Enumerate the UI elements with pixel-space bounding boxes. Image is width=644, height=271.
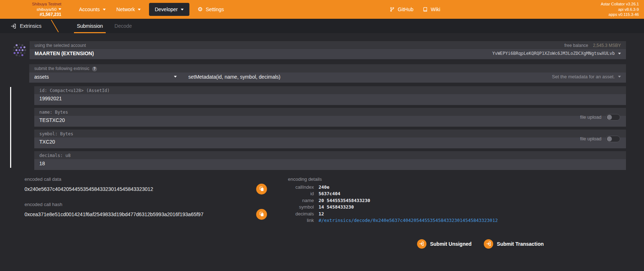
submit-unsigned-button[interactable]: Submit Unsigned [417, 239, 472, 249]
file-upload-toggle[interactable] [606, 114, 620, 121]
chevron-down-icon [618, 53, 621, 54]
nav-accounts[interactable]: Accounts [74, 3, 111, 16]
param-row-symbol: symbol: Bytes TXC20 file upload [34, 130, 626, 148]
pallet-select[interactable]: assets [34, 74, 177, 80]
account-select-box: using the selected account free balance … [30, 41, 626, 59]
extrinsics-form: using the selected account free balance … [0, 33, 644, 249]
book-icon [423, 7, 428, 12]
external-links: GitHub Wiki [390, 6, 440, 12]
chevron-down-icon [174, 76, 177, 78]
param-input-id[interactable]: 19992021 [39, 96, 62, 102]
encoding-details: encoding details callIndex 240e id 5637c… [267, 176, 626, 224]
chevron-down-icon [103, 9, 106, 10]
param-input-decimals[interactable]: 18 [39, 161, 45, 167]
copy-call-data-button[interactable] [256, 184, 267, 194]
section-title: Extrinsics [20, 23, 41, 29]
method-select[interactable]: setMetadata(id, name, symbol, decimals) [188, 74, 280, 80]
tabs: Submission Decode [71, 19, 138, 33]
detail-row-link: link #/extrinsics/decode/0x240e5637c4042… [288, 217, 626, 224]
account-identicon[interactable] [13, 43, 26, 57]
gear-icon: ⚙ [198, 6, 203, 12]
chevron-down-icon [618, 76, 621, 78]
sign-in-icon [486, 241, 491, 246]
method-description[interactable]: Set the metadata for an asset. [552, 74, 621, 79]
free-balance-label: free balance [564, 43, 588, 48]
encoded-call-data-block: encoded call data 0x240e5637c40420544553… [25, 176, 267, 194]
chevron-down-icon [58, 8, 61, 10]
detail-row-decimals: decimals 12 [288, 211, 626, 218]
param-label: name: Bytes [39, 110, 68, 115]
file-upload-control: file upload [580, 114, 620, 121]
param-row-decimals: decimals: u8 18 [34, 151, 626, 170]
detail-row-symbol: symbol 14 5458433230 [288, 204, 626, 211]
chain-name: Shibuya Testnet [21, 1, 61, 6]
param-input-symbol[interactable]: TXC20 [39, 139, 55, 145]
file-upload-control: file upload [580, 136, 620, 142]
encoded-call-hash-value: 0xcea371e8e51cd0014241f6af2549833d19bd47… [25, 211, 256, 217]
file-upload-label: file upload [580, 136, 601, 141]
account-address: YvWEPYi6BRqpLeKQRQP1XZoWc6JM3LoZDCXgMNgt… [492, 51, 615, 56]
param-row-id: id: Compact<u128> (AssetId) 19992021 [34, 86, 626, 105]
account-row: using the selected account free balance … [13, 41, 626, 59]
encoded-call-hash-block: encoded call hash 0xcea371e8e51cd0014241… [25, 202, 267, 220]
file-upload-toggle[interactable] [606, 136, 620, 142]
copy-icon [259, 212, 264, 217]
detail-row-name: name 20 5445535458433230 [288, 197, 626, 204]
actions-row: Submit Unsigned Submit Transaction [13, 239, 626, 249]
chain-node: shibuya/50 [21, 7, 61, 12]
file-upload-label: file upload [580, 114, 601, 120]
top-bar: Shibuya Testnet shibuya/50 #1,567,231 Ac… [0, 0, 644, 19]
free-balance-value: 2,545.3 MSBY [593, 43, 621, 48]
copy-call-hash-button[interactable] [256, 209, 267, 220]
version-node: Astar Collator v3.26.1 [601, 1, 639, 7]
param-label: id: Compact<u128> (AssetId) [39, 88, 110, 93]
param-row-name: name: Bytes TESTXC20 file upload [34, 108, 626, 127]
chevron-down-icon [138, 9, 141, 10]
slant-divider [49, 19, 61, 33]
param-label: decimals: u8 [39, 153, 71, 158]
main-nav: Accounts Network Developer ⚙ Settings [74, 3, 229, 16]
account-label: using the selected account [35, 43, 86, 48]
copy-icon [259, 187, 264, 191]
account-name[interactable]: MAARTEN (EXTENSION) [35, 51, 94, 56]
version-api: api v8.6.3-9 [601, 7, 639, 12]
encoded-call-data-label: encoded call data [25, 176, 267, 182]
free-balance: free balance 2,545.3 MSBY [564, 43, 621, 48]
nav-network[interactable]: Network [111, 3, 146, 16]
tab-bar: Extrinsics Submission Decode [0, 19, 644, 33]
detail-row-callindex: callIndex 240e [288, 184, 626, 191]
params-left-bar [10, 87, 11, 168]
nav-developer[interactable]: Developer [149, 3, 189, 16]
extrinsic-select-box: submit the following extrinsic? assets s… [29, 64, 626, 83]
best-block-number: #1,567,231 [21, 12, 61, 17]
extrinsic-label: submit the following extrinsic? [34, 66, 97, 71]
submit-transaction-button[interactable]: Submit Transaction [484, 239, 544, 249]
encoded-call-hash-label: encoded call hash [25, 202, 267, 207]
account-address-dropdown[interactable]: YvWEPYi6BRqpLeKQRQP1XZoWc6JM3LoZDCXgMNgt… [492, 51, 621, 56]
param-input-name[interactable]: TESTXC20 [39, 117, 65, 124]
extrinsics-icon [11, 23, 16, 29]
version-info: Astar Collator v3.26.1 api v8.6.3-9 apps… [601, 1, 639, 18]
chevron-down-icon [181, 9, 184, 10]
chain-selector[interactable]: Shibuya Testnet shibuya/50 #1,567,231 [21, 1, 61, 17]
decode-link[interactable]: #/extrinsics/decode/0x240e5637c404205445… [319, 218, 498, 223]
tab-decode[interactable]: Decode [109, 19, 137, 33]
encoded-section: encoded call data 0x240e5637c40420544553… [25, 176, 626, 224]
extrinsic-select-row: submit the following extrinsic? assets s… [29, 64, 626, 83]
version-apps: apps v0.115.3-46 [601, 12, 639, 17]
param-label: symbol: Bytes [39, 131, 73, 136]
nav-settings[interactable]: ⚙ Settings [192, 3, 229, 16]
sign-in-icon [419, 241, 424, 246]
encoded-call-data-value: 0x240e5637c40420544553545843323014545843… [25, 186, 256, 192]
tab-submission[interactable]: Submission [71, 19, 109, 33]
help-icon[interactable]: ? [92, 66, 97, 71]
section-extrinsics: Extrinsics [0, 19, 49, 33]
encoding-details-title: encoding details [288, 176, 626, 182]
wiki-link[interactable]: Wiki [423, 6, 440, 12]
params-section: id: Compact<u128> (AssetId) 19992021 nam… [34, 86, 626, 170]
git-branch-icon [390, 7, 395, 12]
github-link[interactable]: GitHub [390, 6, 413, 12]
detail-row-id: id 5637c404 [288, 191, 626, 197]
